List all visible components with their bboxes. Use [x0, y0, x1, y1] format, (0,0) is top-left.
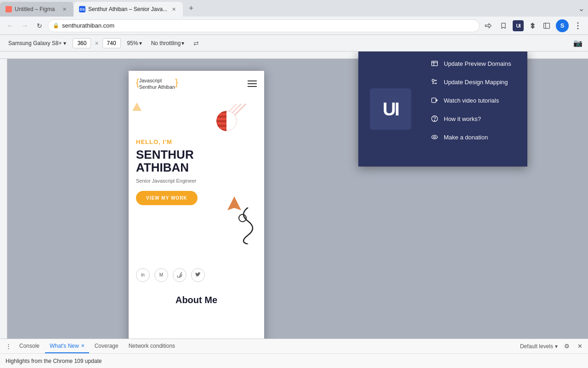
svg-point-34 — [434, 120, 435, 121]
tab-figma[interactable]: Untitled – Figma ✕ — [0, 2, 74, 17]
zoom-selector[interactable]: 95% ▾ — [124, 39, 145, 47]
devtools-network-label: Network conditions — [129, 343, 175, 349]
tab-right-icons: ⌄ — [578, 4, 588, 13]
menu-label-make-donation: Make a donation — [444, 134, 488, 141]
twitter-icon[interactable] — [191, 268, 205, 282]
about-section: About Me — [129, 288, 264, 313]
donation-icon — [430, 132, 439, 142]
deco-triangle — [132, 103, 141, 111]
view-work-button[interactable]: VIEW MY WORK — [136, 191, 198, 205]
svg-point-25 — [435, 80, 436, 81]
svg-point-2 — [577, 22, 579, 23]
levels-dropdown[interactable]: Default levels ▾ — [518, 343, 560, 350]
width-input[interactable] — [73, 38, 91, 48]
dimension-separator: × — [95, 40, 98, 47]
svg-point-4 — [577, 28, 579, 29]
profile-button[interactable]: S — [556, 19, 569, 32]
zoom-chevron-icon: ▾ — [139, 40, 142, 46]
menu-item-make-donation[interactable]: Make a donation — [423, 128, 527, 146]
tab-senthur[interactable]: DS Senthur Athiban – Senior Java... ✕ — [74, 2, 183, 17]
devtools-more-button[interactable]: ⋮ — [3, 341, 14, 352]
levels-chevron-icon: ▾ — [555, 343, 558, 350]
deco-diagonal-lines — [214, 102, 250, 125]
capture-screenshot-button[interactable]: 📷 — [573, 39, 582, 47]
tab-strip-minimize[interactable]: ⌄ — [578, 4, 584, 13]
toggle-sidebar-button[interactable] — [540, 19, 553, 32]
svg-rect-31 — [432, 98, 436, 103]
about-title: About Me — [136, 295, 257, 305]
svg-rect-10 — [216, 111, 237, 113]
senthur-favicon: DS — [79, 6, 85, 12]
tab-figma-label: Untitled – Figma — [15, 6, 58, 12]
hero-content: HELLO, I'M SENTHUR ATHIBAN Senior Javasc… — [136, 138, 257, 205]
menu-item-update-design[interactable]: Update Design Mapping — [423, 73, 527, 91]
name-line1: SENTHUR — [136, 148, 257, 161]
svg-rect-13 — [216, 118, 237, 120]
devtools-whats-new-close[interactable]: ✕ — [81, 343, 85, 348]
tab-senthur-close[interactable]: ✕ — [170, 6, 177, 13]
hamburger-menu[interactable] — [248, 80, 257, 87]
devtools-tab-coverage[interactable]: Coverage — [90, 339, 123, 353]
svg-point-3 — [577, 25, 579, 26]
back-button[interactable]: ← — [4, 19, 17, 32]
linkedin-icon[interactable]: in — [136, 268, 150, 282]
svg-point-9 — [216, 111, 237, 131]
devtools-settings-button[interactable]: ⚙ — [561, 341, 572, 352]
devtools-tab-whats-new[interactable]: What's New ✕ — [45, 339, 89, 353]
devtools-coverage-label: Coverage — [95, 343, 119, 349]
throttle-selector[interactable]: No throttling ▾ — [148, 39, 187, 47]
globe-icon — [430, 59, 439, 68]
svg-line-5 — [227, 104, 246, 122]
share-button[interactable] — [481, 19, 494, 32]
devtools-right-actions: Default levels ▾ ⚙ ✕ — [518, 341, 585, 352]
design-icon — [430, 77, 439, 86]
hamburger-line1 — [248, 80, 257, 81]
forward-button[interactable]: → — [18, 19, 31, 32]
svg-point-35 — [434, 136, 435, 138]
svg-rect-16 — [216, 125, 237, 127]
device-toolbar: Samsung Galaxy S8+ ▾ × 95% ▾ No throttli… — [0, 35, 588, 52]
menu-item-update-preview[interactable]: Update Preview Domains — [423, 54, 527, 73]
devtools-whats-new-label: What's New — [50, 343, 79, 349]
extensions-button[interactable] — [526, 20, 537, 31]
more-button[interactable] — [571, 19, 584, 32]
tab-bar: Untitled – Figma ✕ DS Senthur Athiban – … — [0, 0, 588, 17]
bookmark-button[interactable] — [497, 19, 510, 32]
medium-icon[interactable]: M — [154, 268, 168, 282]
svg-rect-17 — [216, 127, 237, 129]
devtools-close-button[interactable]: ✕ — [574, 341, 585, 352]
svg-rect-11 — [216, 113, 237, 115]
ui-extension-icon[interactable]: UI — [513, 20, 524, 31]
devtools-tab-console[interactable]: Console — [15, 339, 44, 353]
svg-line-6 — [223, 104, 241, 122]
device-selector[interactable]: Samsung Galaxy S8+ ▾ — [6, 39, 69, 47]
rotate-button[interactable]: ⇄ — [191, 38, 202, 49]
menu-item-watch-video[interactable]: Watch video tutorials — [423, 91, 527, 109]
svg-point-27 — [433, 83, 434, 84]
hamburger-line3 — [248, 86, 257, 87]
tab-figma-close[interactable]: ✕ — [61, 6, 68, 13]
throttle-chevron-icon: ▾ — [181, 40, 184, 46]
deco-circle-outline — [238, 214, 247, 222]
lock-icon: 🔒 — [53, 23, 59, 29]
question-icon — [430, 114, 439, 123]
social-section: in M — [129, 263, 264, 288]
logo-text: Javascript Senthur Athiban — [139, 77, 175, 91]
menu-label-watch-video: Watch video tutorials — [444, 97, 499, 104]
figma-favicon — [6, 6, 12, 12]
address-input-wrap[interactable]: 🔒 senthurathiban.com — [48, 19, 480, 32]
extension-dropdown: UI Update Preview Domains — [358, 52, 527, 167]
name-line2: ATHIBAN — [136, 161, 257, 174]
hero-section: HELLO, I'M SENTHUR ATHIBAN Senior Javasc… — [129, 97, 264, 263]
deco-wave-lines — [234, 207, 262, 244]
hello-text: HELLO, I'M — [136, 138, 257, 145]
svg-marker-32 — [436, 99, 437, 102]
tab-senthur-label: Senthur Athiban – Senior Java... — [88, 6, 167, 12]
menu-item-how-it-works[interactable]: How it works? — [423, 109, 527, 128]
reload-button[interactable]: ↻ — [33, 19, 46, 32]
new-tab-button[interactable]: + — [185, 2, 198, 15]
stackoverflow-icon[interactable] — [173, 268, 187, 282]
ui-logo-box: UI — [370, 88, 411, 130]
devtools-tab-network-conditions[interactable]: Network conditions — [124, 339, 180, 353]
height-input[interactable] — [102, 38, 121, 48]
